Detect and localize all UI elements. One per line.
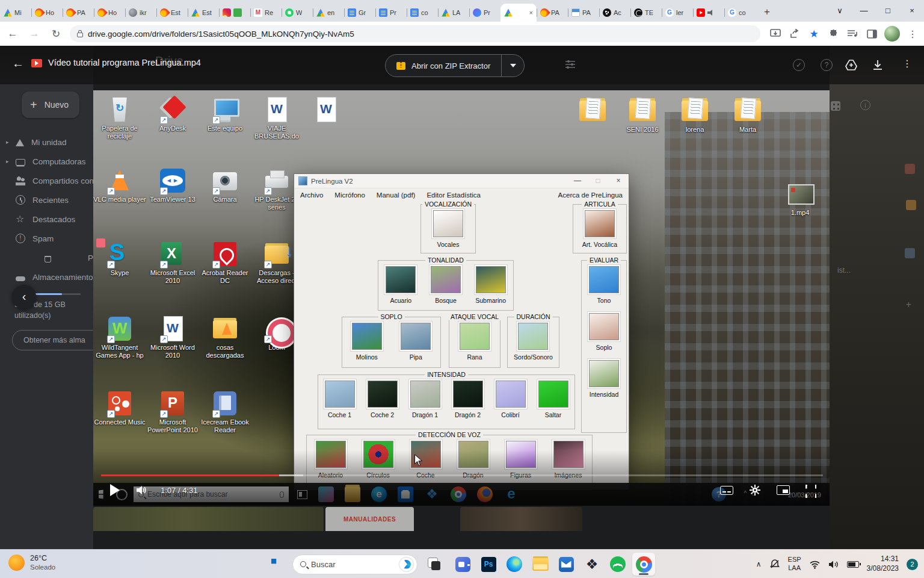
browser-tab[interactable]: PA: [537, 4, 568, 22]
desktop-icon-cosas-descargadas[interactable]: cosas descargadas: [199, 315, 251, 359]
start-button[interactable]: [266, 554, 287, 574]
menu-manual-pdf-[interactable]: Manual (pdf): [377, 191, 416, 199]
browser-tab[interactable]: Est: [188, 4, 219, 22]
grid-view-icon[interactable]: [831, 101, 840, 111]
desktop-file-1mp4[interactable]: 1.mp4: [774, 181, 827, 217]
sidebar-item-papelera[interactable]: Papelera: [0, 249, 93, 267]
menu-editor-estad-stica[interactable]: Editor Estadística: [427, 191, 480, 199]
browser-tab[interactable]: W: [282, 4, 313, 22]
help-icon[interactable]: ?: [821, 59, 833, 71]
exercise-button-soplo[interactable]: Soplo: [587, 313, 621, 351]
side-panel-add-icon[interactable]: +: [904, 300, 914, 310]
fullscreen-icon[interactable]: [805, 485, 816, 496]
browser-tab[interactable]: Gco: [724, 4, 756, 22]
desktop-icon-microsoft-excel-2010[interactable]: ↗Microsoft Excel 2010: [146, 241, 199, 284]
play-button[interactable]: [110, 484, 120, 496]
battery-icon[interactable]: [847, 561, 859, 568]
taskbar-app-chrome[interactable]: [632, 553, 655, 576]
open-with-dropdown[interactable]: [501, 55, 524, 76]
settings-gear-icon[interactable]: [749, 484, 761, 496]
exercise-button-rana[interactable]: Rana: [457, 323, 492, 361]
desktop-icon-skype[interactable]: ↗Skype: [93, 241, 146, 277]
taskbar-app-edge[interactable]: [503, 553, 526, 576]
desktop-folder-seni-2016[interactable]: SENI 2016: [616, 98, 669, 134]
get-storage-button[interactable]: Obtener más alma: [12, 330, 93, 350]
bing-chat-icon[interactable]: [399, 557, 414, 572]
volume-tray-icon[interactable]: [828, 560, 839, 569]
tab-search-icon[interactable]: ∨: [828, 0, 852, 22]
browser-tab[interactable]: en: [313, 4, 344, 22]
side-panel-calendar-icon[interactable]: [905, 164, 915, 174]
filters-icon[interactable]: [564, 59, 576, 70]
media-controls-icon[interactable]: [846, 27, 859, 40]
desktop-icon-acrobat-reader-dc[interactable]: ↗Acrobat Reader DC: [199, 241, 251, 284]
forward-button[interactable]: →: [25, 28, 43, 40]
browser-tab[interactable]: PA: [63, 4, 94, 22]
wifi-icon[interactable]: [809, 560, 821, 569]
sidebar-item-recientes[interactable]: Recientes: [0, 191, 93, 209]
prelingua-maximize[interactable]: □: [588, 174, 608, 188]
taskbar-search[interactable]: Buscar: [292, 555, 417, 574]
new-button[interactable]: + Nuevo: [22, 92, 79, 118]
browser-tab[interactable]: ikr: [125, 4, 156, 22]
open-with-button[interactable]: Abrir con ZIP Extractor: [385, 54, 525, 77]
download-icon[interactable]: [872, 59, 884, 71]
browser-tab[interactable]: Ac: [599, 4, 630, 22]
browser-tab[interactable]: Ho: [94, 4, 125, 22]
browser-tab[interactable]: Gr: [344, 4, 375, 22]
desktop-folder-lorena[interactable]: lorena: [668, 98, 721, 134]
exercise-button-colibr-[interactable]: Colibrí: [493, 381, 528, 418]
notification-badge[interactable]: 2: [907, 559, 918, 570]
desktop-icon-viaje-bruselas-do[interactable]: VIAJE BRUSELAS.do: [250, 96, 303, 140]
exercise-button-coche-2[interactable]: Coche 2: [365, 381, 400, 418]
exercise-button-molinos[interactable]: Molinos: [350, 323, 384, 361]
volume-icon[interactable]: [135, 485, 147, 496]
exercise-button-c-rculos[interactable]: Círculos: [361, 441, 396, 479]
desktop-icon-icecream-ebook-reader[interactable]: ↗Icecream Ebook Reader: [199, 390, 251, 434]
video-player[interactable]: Papelera de reciclaje↗AnyDesk↗Este equip…: [93, 90, 830, 506]
taskbar-app-dropbox[interactable]: ❖: [581, 553, 603, 576]
share-icon[interactable]: [788, 27, 801, 40]
side-panel-keep-icon[interactable]: [906, 200, 916, 210]
open-with-main[interactable]: Abrir con ZIP Extractor: [386, 55, 501, 76]
back-button[interactable]: ←: [4, 28, 22, 40]
prelingua-titlebar[interactable]: PreLingua V2 — □ ×: [294, 174, 629, 188]
browser-tab[interactable]: Ho: [31, 4, 63, 22]
desktop-icon-worddoc[interactable]: [300, 96, 353, 123]
taskview-button[interactable]: [423, 553, 446, 576]
desktop-icon-wildtangent-games-app-hp[interactable]: ↗WildTangent Games App - hp: [93, 315, 146, 359]
desktop-icon-microsoft-powerpoint-2010[interactable]: ↗Microsoft PowerPoint 2010: [146, 390, 199, 434]
exercise-button-aleatorio[interactable]: Aleatorio: [313, 441, 348, 479]
menu-micr-fono[interactable]: Micrófono: [334, 191, 365, 199]
expander-icon[interactable]: ▸: [6, 139, 9, 145]
sidebar-item-computadoras[interactable]: ▸Computadoras: [0, 152, 93, 170]
side-panel-icon[interactable]: [865, 27, 878, 40]
more-options-icon[interactable]: ⋮: [902, 58, 912, 69]
collapse-sidebar-button[interactable]: ‹: [12, 285, 36, 309]
extensions-icon[interactable]: [827, 27, 840, 40]
exercise-button-vocales[interactable]: Vocales: [431, 210, 466, 248]
exercise-button-pipa[interactable]: Pipa: [398, 323, 433, 361]
browser-tab[interactable]: LA: [438, 4, 469, 22]
desktop-icon-papelera-de-reciclaje[interactable]: Papelera de reciclaje: [93, 96, 146, 140]
tray-chevron-icon[interactable]: ∧: [756, 560, 762, 568]
exercise-button-art-voc-lica[interactable]: Art. Vocálica: [582, 210, 617, 248]
exercise-button-saltar[interactable]: Saltar: [536, 381, 571, 418]
desktop-icon-teamviewer-13[interactable]: ↗TeamViewer 13: [146, 167, 199, 204]
exercise-button-sordo-sonoro[interactable]: Sordo/Sonoro: [514, 323, 553, 361]
desktop-folder-unnamed[interactable]: [566, 98, 619, 124]
exercise-button-im-genes[interactable]: Imágenes: [551, 441, 586, 479]
exercise-button-tono[interactable]: Tono: [587, 266, 621, 304]
exercise-button-coche-1[interactable]: Coche 1: [322, 381, 357, 418]
sidebar-item-destacados[interactable]: Destacados: [0, 210, 93, 228]
browser-tab[interactable]: co: [407, 4, 438, 22]
notification-bell-icon[interactable]: [769, 559, 780, 570]
exercise-button-drag-n-2[interactable]: Dragón 2: [451, 381, 485, 418]
browser-tab[interactable]: TE: [630, 4, 662, 22]
maximize-button[interactable]: □: [876, 0, 900, 22]
browser-menu-icon[interactable]: ⋮: [906, 27, 919, 40]
browser-tab[interactable]: [219, 4, 250, 22]
close-button[interactable]: ×: [900, 0, 924, 22]
browser-tab[interactable]: [693, 4, 724, 22]
bookmark-star-icon[interactable]: ★: [807, 27, 821, 40]
